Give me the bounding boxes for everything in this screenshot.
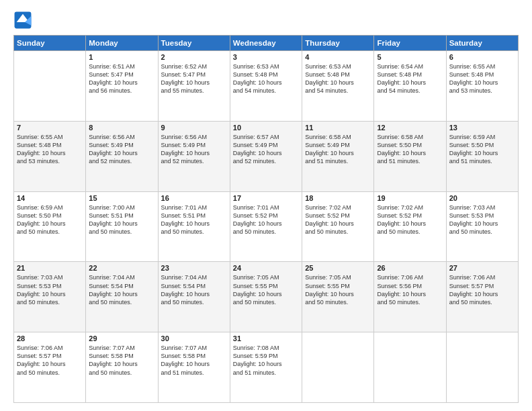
day-info: Sunrise: 7:05 AM Sunset: 5:55 PM Dayligh… [233, 273, 299, 306]
day-number: 27 [449, 264, 515, 272]
calendar-cell: 5Sunrise: 6:54 AM Sunset: 5:48 PM Daylig… [374, 51, 446, 122]
calendar-cell [374, 332, 446, 403]
calendar-cell: 14Sunrise: 6:59 AM Sunset: 5:50 PM Dayli… [14, 191, 86, 262]
calendar-cell: 9Sunrise: 6:56 AM Sunset: 5:49 PM Daylig… [158, 121, 230, 191]
day-number: 17 [233, 194, 299, 202]
calendar-cell [302, 332, 374, 403]
logo [13, 11, 35, 30]
day-number: 3 [233, 53, 299, 61]
calendar-cell: 1Sunrise: 6:51 AM Sunset: 5:47 PM Daylig… [86, 51, 158, 122]
calendar-cell: 27Sunrise: 7:06 AM Sunset: 5:57 PM Dayli… [446, 262, 518, 332]
calendar-day-header: Saturday [446, 36, 518, 51]
day-number: 20 [449, 194, 515, 202]
day-number: 2 [161, 53, 227, 61]
day-number: 29 [89, 334, 154, 342]
day-info: Sunrise: 7:02 AM Sunset: 5:52 PM Dayligh… [377, 203, 443, 236]
day-info: Sunrise: 6:59 AM Sunset: 5:50 PM Dayligh… [449, 133, 515, 166]
day-number: 30 [161, 334, 227, 342]
logo-icon [13, 11, 32, 30]
day-info: Sunrise: 7:06 AM Sunset: 5:57 PM Dayligh… [449, 273, 515, 306]
calendar-cell: 28Sunrise: 7:06 AM Sunset: 5:57 PM Dayli… [14, 332, 86, 403]
day-number: 8 [89, 124, 154, 132]
day-info: Sunrise: 6:56 AM Sunset: 5:49 PM Dayligh… [89, 133, 154, 166]
day-info: Sunrise: 7:05 AM Sunset: 5:55 PM Dayligh… [305, 273, 371, 306]
day-info: Sunrise: 7:02 AM Sunset: 5:52 PM Dayligh… [305, 203, 371, 236]
day-info: Sunrise: 6:59 AM Sunset: 5:50 PM Dayligh… [17, 203, 83, 236]
calendar-cell: 19Sunrise: 7:02 AM Sunset: 5:52 PM Dayli… [374, 191, 446, 262]
calendar-cell: 18Sunrise: 7:02 AM Sunset: 5:52 PM Dayli… [302, 191, 374, 262]
day-info: Sunrise: 6:57 AM Sunset: 5:49 PM Dayligh… [233, 133, 299, 166]
day-info: Sunrise: 6:58 AM Sunset: 5:49 PM Dayligh… [305, 133, 371, 166]
day-number: 25 [305, 264, 371, 272]
calendar-day-header: Monday [86, 36, 158, 51]
calendar-cell: 11Sunrise: 6:58 AM Sunset: 5:49 PM Dayli… [302, 121, 374, 191]
day-number: 18 [305, 194, 371, 202]
calendar-cell: 17Sunrise: 7:01 AM Sunset: 5:52 PM Dayli… [230, 191, 302, 262]
calendar-cell: 16Sunrise: 7:01 AM Sunset: 5:51 PM Dayli… [158, 191, 230, 262]
day-number: 26 [377, 264, 443, 272]
day-info: Sunrise: 7:03 AM Sunset: 5:53 PM Dayligh… [17, 273, 83, 306]
day-number: 21 [17, 264, 83, 272]
calendar-day-header: Sunday [14, 36, 86, 51]
day-number: 6 [449, 53, 515, 61]
calendar-header-row: SundayMondayTuesdayWednesdayThursdayFrid… [14, 36, 519, 51]
day-number: 11 [305, 124, 371, 132]
day-number: 28 [17, 334, 83, 342]
day-info: Sunrise: 6:52 AM Sunset: 5:47 PM Dayligh… [161, 62, 227, 95]
day-info: Sunrise: 7:08 AM Sunset: 5:59 PM Dayligh… [233, 344, 299, 377]
calendar-cell: 23Sunrise: 7:04 AM Sunset: 5:54 PM Dayli… [158, 262, 230, 332]
day-info: Sunrise: 6:58 AM Sunset: 5:50 PM Dayligh… [377, 133, 443, 166]
day-number: 16 [161, 194, 227, 202]
day-number: 23 [161, 264, 227, 272]
day-info: Sunrise: 6:55 AM Sunset: 5:48 PM Dayligh… [17, 133, 83, 166]
calendar-cell: 21Sunrise: 7:03 AM Sunset: 5:53 PM Dayli… [14, 262, 86, 332]
day-info: Sunrise: 7:00 AM Sunset: 5:51 PM Dayligh… [89, 203, 154, 236]
calendar-cell [446, 332, 518, 403]
calendar-cell: 8Sunrise: 6:56 AM Sunset: 5:49 PM Daylig… [86, 121, 158, 191]
day-number: 14 [17, 194, 83, 202]
calendar-cell: 24Sunrise: 7:05 AM Sunset: 5:55 PM Dayli… [230, 262, 302, 332]
day-info: Sunrise: 6:53 AM Sunset: 5:48 PM Dayligh… [233, 62, 299, 95]
calendar-cell: 29Sunrise: 7:07 AM Sunset: 5:58 PM Dayli… [86, 332, 158, 403]
day-number: 1 [89, 53, 154, 61]
day-number: 15 [89, 194, 154, 202]
day-number: 31 [233, 334, 299, 342]
calendar-cell: 4Sunrise: 6:53 AM Sunset: 5:48 PM Daylig… [302, 51, 374, 122]
day-info: Sunrise: 6:54 AM Sunset: 5:48 PM Dayligh… [377, 62, 443, 95]
calendar-cell: 22Sunrise: 7:04 AM Sunset: 5:54 PM Dayli… [86, 262, 158, 332]
calendar-day-header: Tuesday [158, 36, 230, 51]
calendar-day-header: Thursday [302, 36, 374, 51]
calendar-cell: 12Sunrise: 6:58 AM Sunset: 5:50 PM Dayli… [374, 121, 446, 191]
calendar-week-row: 1Sunrise: 6:51 AM Sunset: 5:47 PM Daylig… [14, 51, 519, 122]
calendar-table: SundayMondayTuesdayWednesdayThursdayFrid… [13, 35, 519, 403]
day-info: Sunrise: 7:01 AM Sunset: 5:51 PM Dayligh… [161, 203, 227, 236]
day-info: Sunrise: 6:56 AM Sunset: 5:49 PM Dayligh… [161, 133, 227, 166]
day-info: Sunrise: 7:07 AM Sunset: 5:58 PM Dayligh… [161, 344, 227, 377]
day-number: 5 [377, 53, 443, 61]
day-number: 4 [305, 53, 371, 61]
header [13, 11, 519, 30]
calendar-week-row: 7Sunrise: 6:55 AM Sunset: 5:48 PM Daylig… [14, 121, 519, 191]
calendar-cell: 30Sunrise: 7:07 AM Sunset: 5:58 PM Dayli… [158, 332, 230, 403]
day-number: 7 [17, 124, 83, 132]
page: SundayMondayTuesdayWednesdayThursdayFrid… [0, 0, 532, 411]
calendar-cell: 25Sunrise: 7:05 AM Sunset: 5:55 PM Dayli… [302, 262, 374, 332]
day-info: Sunrise: 6:51 AM Sunset: 5:47 PM Dayligh… [89, 62, 154, 95]
day-info: Sunrise: 7:03 AM Sunset: 5:53 PM Dayligh… [449, 203, 515, 236]
day-info: Sunrise: 6:55 AM Sunset: 5:48 PM Dayligh… [449, 62, 515, 95]
day-info: Sunrise: 7:04 AM Sunset: 5:54 PM Dayligh… [161, 273, 227, 306]
calendar-cell: 26Sunrise: 7:06 AM Sunset: 5:56 PM Dayli… [374, 262, 446, 332]
calendar-week-row: 28Sunrise: 7:06 AM Sunset: 5:57 PM Dayli… [14, 332, 519, 403]
day-info: Sunrise: 6:53 AM Sunset: 5:48 PM Dayligh… [305, 62, 371, 95]
day-info: Sunrise: 7:06 AM Sunset: 5:57 PM Dayligh… [17, 344, 83, 377]
calendar-cell: 7Sunrise: 6:55 AM Sunset: 5:48 PM Daylig… [14, 121, 86, 191]
day-number: 19 [377, 194, 443, 202]
calendar-cell: 3Sunrise: 6:53 AM Sunset: 5:48 PM Daylig… [230, 51, 302, 122]
day-number: 10 [233, 124, 299, 132]
day-number: 22 [89, 264, 154, 272]
calendar-week-row: 21Sunrise: 7:03 AM Sunset: 5:53 PM Dayli… [14, 262, 519, 332]
calendar-cell: 15Sunrise: 7:00 AM Sunset: 5:51 PM Dayli… [86, 191, 158, 262]
calendar-week-row: 14Sunrise: 6:59 AM Sunset: 5:50 PM Dayli… [14, 191, 519, 262]
calendar-cell: 6Sunrise: 6:55 AM Sunset: 5:48 PM Daylig… [446, 51, 518, 122]
day-info: Sunrise: 7:06 AM Sunset: 5:56 PM Dayligh… [377, 273, 443, 306]
